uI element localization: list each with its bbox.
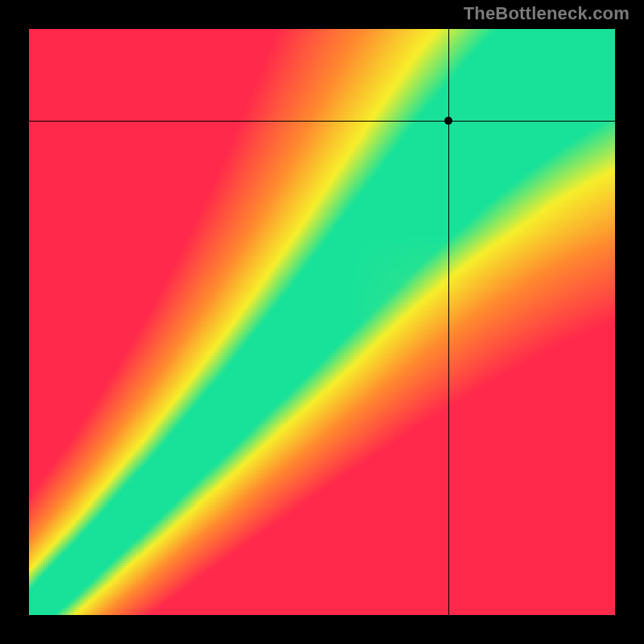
marker-dot: [444, 117, 452, 125]
crosshair-horizontal: [29, 121, 615, 122]
chart-stage: TheBottleneck.com: [0, 0, 644, 644]
plot-frame: [29, 29, 615, 615]
heatmap-canvas: [29, 29, 615, 615]
watermark-text: TheBottleneck.com: [464, 3, 630, 24]
